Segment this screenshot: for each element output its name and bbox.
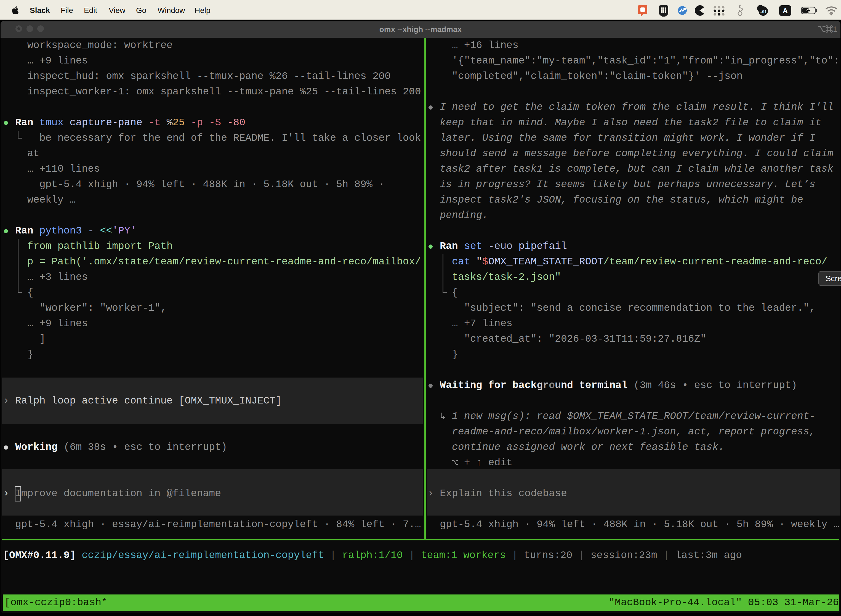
- svg-text:A: A: [783, 7, 788, 15]
- svg-text:..61: ..61: [760, 9, 766, 14]
